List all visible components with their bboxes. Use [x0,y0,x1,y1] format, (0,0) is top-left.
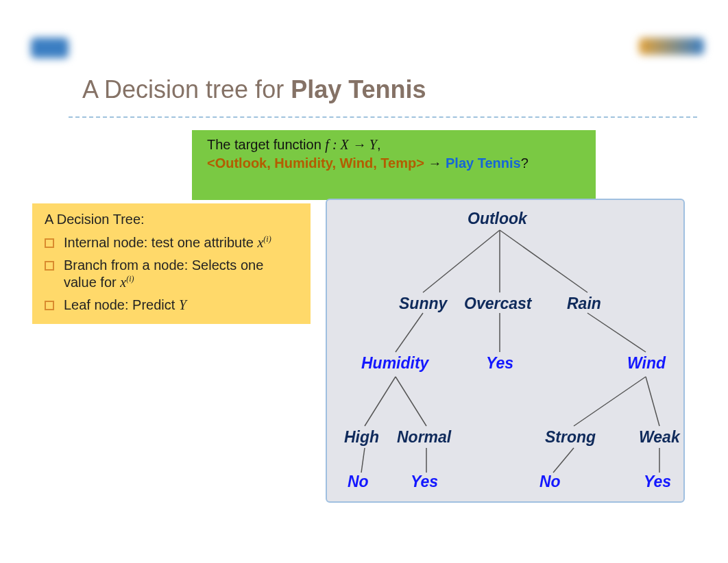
svg-line-8 [574,377,646,426]
node-humidity: Humidity [361,354,428,373]
target-function-line1: The target function f : X → Y, [207,137,581,153]
branch-weak: Weak [639,428,680,447]
n1a: Internal node: test one attribute [64,235,257,250]
leaf-yes-3: Yes [644,473,671,491]
header-logo-left [31,38,69,58]
svg-line-9 [646,377,659,426]
n1sup: (i) [263,234,271,244]
n3a: Leaf node: Predict [64,297,179,312]
bullet-icon [45,261,54,271]
note-2-text: Branch from a node: Selects one value fo… [64,257,298,291]
svg-line-6 [365,377,396,426]
branch-sunny: Sunny [399,295,447,313]
svg-line-0 [423,230,500,292]
n2a: Branch from a node: Selects one value fo… [64,258,263,290]
tf-comma: , [377,137,381,152]
title-prefix: A Decision tree for [82,75,291,103]
tree-edges [327,200,683,501]
note-item-1: Internal node: test one attribute x(i) [45,234,298,251]
tf-arrow: → [424,155,446,171]
branch-normal: Normal [397,428,451,447]
svg-line-7 [396,377,426,426]
decision-tree-notes: A Decision Tree: Internal node: test one… [31,202,312,325]
n3m: Y [179,297,186,312]
n2m: x(i) [120,275,134,290]
title-divider [69,116,697,118]
leaf-no-1: No [348,473,369,491]
target-function-line2: <Outlook, Humidity, Wind, Temp> → Play T… [207,155,581,171]
target-function-box: The target function f : X → Y, <Outlook,… [192,130,596,200]
bullet-icon [45,301,54,310]
svg-line-5 [587,313,646,352]
branch-strong: Strong [545,428,596,447]
note-item-2: Branch from a node: Selects one value fo… [45,257,298,291]
decision-tree-diagram: Outlook Sunny Overcast Rain Humidity Yes… [326,199,685,503]
svg-line-12 [553,448,574,473]
n1m: x(i) [257,235,271,250]
header-logo-right [639,38,704,55]
node-wind: Wind [627,354,666,373]
branch-overcast: Overcast [464,295,531,313]
n2mv: x [120,275,126,290]
svg-line-3 [396,313,423,352]
leaf-yes-1: Yes [486,354,513,373]
tf-play: Play Tennis [446,155,521,171]
n2sup: (i) [126,274,134,284]
svg-line-10 [361,448,365,473]
note-item-3: Leaf node: Predict Y [45,297,298,314]
branch-rain: Rain [567,295,601,313]
note-1-text: Internal node: test one attribute x(i) [64,234,271,251]
notes-heading: A Decision Tree: [45,212,298,227]
svg-line-2 [500,230,587,292]
page-title: A Decision tree for Play Tennis [82,75,426,104]
leaf-yes-2: Yes [411,473,438,491]
tf-q: ? [521,155,529,171]
node-outlook: Outlook [468,210,527,228]
bullet-icon [45,238,54,248]
leaf-no-2: No [539,473,561,491]
tf-formula: f : X → Y [325,137,377,152]
n1mv: x [257,235,263,250]
title-bold: Play Tennis [291,75,426,103]
branch-high: High [344,428,379,447]
note-3-text: Leaf node: Predict Y [64,297,186,314]
tf-attrs: <Outlook, Humidity, Wind, Temp> [207,155,424,171]
tf-text: The target function [207,137,325,152]
